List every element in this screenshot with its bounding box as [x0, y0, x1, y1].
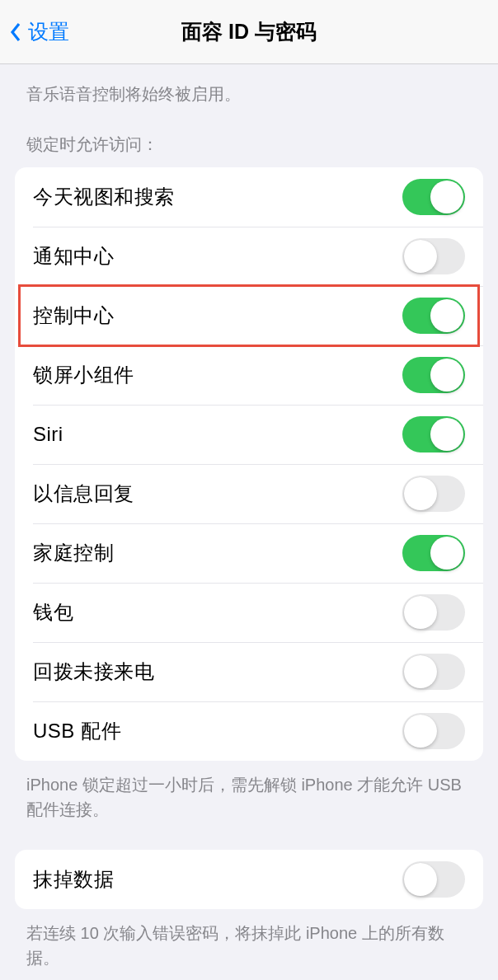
- navigation-bar: 设置 面容 ID 与密码: [0, 0, 498, 64]
- lock-access-toggle[interactable]: [402, 238, 465, 274]
- lock-access-label: 家庭控制: [33, 540, 114, 566]
- lock-access-toggle[interactable]: [402, 357, 465, 393]
- lock-access-row: 回拨未接来电: [15, 642, 483, 701]
- content: 音乐语音控制将始终被启用。 锁定时允许访问： 今天视图和搜索通知中心控制中心锁屏…: [0, 64, 498, 980]
- back-button[interactable]: 设置: [7, 18, 69, 46]
- usb-footer: iPhone 锁定超过一小时后，需先解锁 iPhone 才能允许 USB 配件连…: [0, 761, 498, 822]
- erase-data-toggle[interactable]: [402, 861, 465, 898]
- lock-access-label: 通知中心: [33, 243, 114, 270]
- lock-access-toggle[interactable]: [402, 654, 465, 690]
- lock-access-row: 今天视图和搜索: [15, 167, 483, 227]
- lock-access-row: 锁屏小组件: [15, 345, 483, 405]
- data-protection-note: 已启用数据保护。: [0, 970, 498, 980]
- lock-access-group: 今天视图和搜索通知中心控制中心锁屏小组件Siri以信息回复家庭控制钱包回拨未接来…: [15, 167, 483, 761]
- chevron-left-icon: [7, 18, 25, 46]
- lock-access-label: 以信息回复: [33, 481, 134, 507]
- page-title: 面容 ID 与密码: [0, 18, 498, 45]
- lock-access-row: 控制中心: [15, 286, 483, 345]
- lock-access-toggle[interactable]: [402, 713, 465, 749]
- lock-access-label: 今天视图和搜索: [33, 184, 175, 210]
- lock-access-label: 锁屏小组件: [33, 362, 134, 388]
- erase-data-label: 抹掉数据: [33, 866, 114, 893]
- lock-access-label: 回拨未接来电: [33, 659, 154, 685]
- lock-access-header: 锁定时允许访问：: [0, 106, 498, 164]
- lock-access-row: 以信息回复: [15, 464, 483, 523]
- back-label: 设置: [28, 18, 69, 45]
- lock-access-label: 控制中心: [33, 302, 114, 329]
- lock-access-label: 钱包: [33, 599, 73, 626]
- erase-group: 抹掉数据: [15, 850, 483, 909]
- lock-access-label: Siri: [33, 423, 63, 446]
- lock-access-row: 家庭控制: [15, 523, 483, 583]
- lock-access-row: 钱包: [15, 583, 483, 642]
- lock-access-toggle[interactable]: [402, 476, 465, 512]
- lock-access-row: 通知中心: [15, 227, 483, 286]
- lock-access-toggle[interactable]: [402, 416, 465, 452]
- voice-control-note: 音乐语音控制将始终被启用。: [0, 64, 498, 106]
- lock-access-toggle[interactable]: [402, 179, 465, 215]
- lock-access-label: USB 配件: [33, 718, 121, 744]
- lock-access-row: USB 配件: [15, 701, 483, 761]
- lock-access-row: Siri: [15, 405, 483, 464]
- lock-access-toggle[interactable]: [402, 535, 465, 571]
- erase-data-row: 抹掉数据: [15, 850, 483, 909]
- lock-access-toggle[interactable]: [402, 594, 465, 631]
- erase-footer: 若连续 10 次输入错误密码，将抹掉此 iPhone 上的所有数据。: [0, 909, 498, 970]
- lock-access-toggle[interactable]: [402, 298, 465, 334]
